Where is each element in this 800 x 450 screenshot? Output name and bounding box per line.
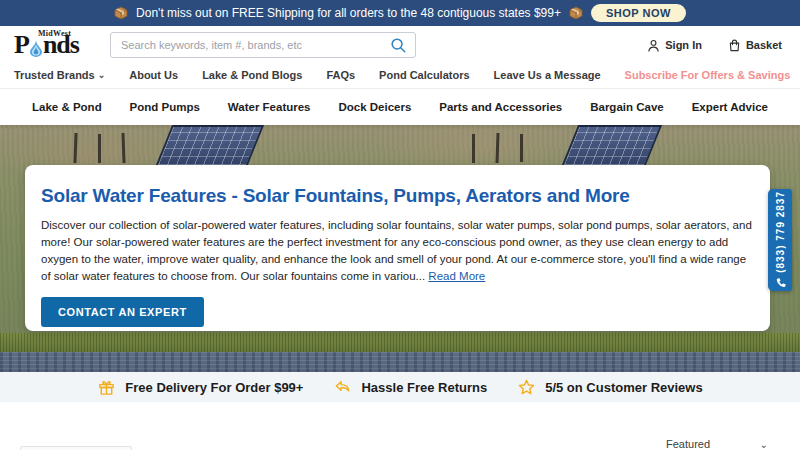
user-icon	[647, 39, 660, 52]
basket-label: Basket	[746, 39, 782, 51]
contact-expert-button[interactable]: CONTACT AN EXPERT	[41, 297, 204, 327]
secondary-nav: Trusted Brands⌄ About Us Lake & Pond Blo…	[0, 64, 800, 88]
sign-in-link[interactable]: Sign In	[647, 39, 702, 52]
feature-label: Hassle Free Returns	[361, 380, 487, 395]
logo-region-label: MidWest	[38, 29, 71, 38]
fence-post	[495, 133, 499, 163]
feature-label: 5/5 on Customer Reviews	[545, 380, 703, 395]
nav-label: Trusted Brands	[14, 69, 95, 81]
phone-icon	[775, 278, 786, 289]
chevron-down-icon: ⌄	[760, 439, 768, 450]
call-us-tab[interactable]: (833) 779 2837	[768, 189, 792, 291]
nav-lake-and-pond[interactable]: Lake & Pond	[32, 101, 102, 113]
search-input[interactable]	[110, 32, 416, 58]
nav-parts-accessories[interactable]: Parts and Accessories	[439, 101, 562, 113]
nav-faqs[interactable]: FAQs	[326, 69, 355, 81]
basket-link[interactable]: Basket	[728, 39, 782, 52]
announcement-text: Don't miss out on FREE Shipping for all …	[136, 6, 561, 20]
feature-free-delivery: Free Delivery For Order $99+	[97, 378, 303, 397]
search-bar	[110, 32, 416, 58]
package-icon	[114, 6, 128, 20]
category-intro-card: Solar Water Features - Solar Fountains, …	[25, 165, 770, 331]
sort-selected-label: Featured	[666, 438, 710, 450]
chevron-down-icon: ⌄	[98, 70, 106, 80]
package-icon	[569, 6, 583, 20]
nav-bargain-cave[interactable]: Bargain Cave	[590, 101, 664, 113]
main-nav: Lake & Pond Pond Pumps Water Features Do…	[0, 88, 800, 125]
fence-post	[472, 134, 475, 163]
fence-post	[520, 134, 523, 162]
search-submit-button[interactable]	[390, 35, 412, 55]
feature-label: Free Delivery For Order $99+	[125, 380, 303, 395]
nav-water-features[interactable]: Water Features	[228, 101, 311, 113]
nav-subscribe-offers[interactable]: Subscribe For Offers & Savings	[625, 69, 791, 81]
solar-water-features-page: { "announcement": { "text": "Don't miss …	[0, 0, 800, 450]
nav-leave-message[interactable]: Leave Us a Message	[494, 69, 601, 81]
category-description: Discover our collection of solar-powered…	[41, 217, 754, 285]
sort-dropdown[interactable]: Featured ⌄	[666, 438, 768, 450]
fence-post	[98, 134, 101, 163]
read-more-link[interactable]: Read More	[428, 270, 485, 282]
pond-grass	[0, 333, 800, 352]
return-arrow-icon	[333, 378, 352, 397]
announcement-banner: Don't miss out on FREE Shipping for all …	[0, 0, 800, 26]
phone-number: (833) 779 2837	[775, 191, 786, 273]
nav-pond-calculators[interactable]: Pond Calculators	[379, 69, 469, 81]
sign-in-label: Sign In	[665, 39, 702, 51]
description-text: Discover our collection of solar-powered…	[41, 219, 752, 282]
feature-hassle-free-returns: Hassle Free Returns	[333, 378, 487, 397]
nav-dock-deicers[interactable]: Dock Deicers	[338, 101, 411, 113]
site-header: P nds MidWest Sign In Basket	[0, 26, 800, 64]
page-title: Solar Water Features - Solar Fountains, …	[41, 185, 754, 207]
nav-trusted-brands[interactable]: Trusted Brands⌄	[14, 69, 105, 81]
shop-now-button[interactable]: SHOP NOW	[591, 4, 686, 22]
feature-customer-reviews: 5/5 on Customer Reviews	[517, 378, 703, 397]
star-icon	[517, 378, 536, 397]
logo-prefix: P	[14, 32, 29, 58]
nav-about-us[interactable]: About Us	[129, 69, 178, 81]
value-props-bar: Free Delivery For Order $99+ Hassle Free…	[0, 372, 800, 402]
nav-lake-pond-blogs[interactable]: Lake & Pond Blogs	[202, 69, 302, 81]
nav-pond-pumps[interactable]: Pond Pumps	[130, 101, 200, 113]
product-listing-top: Featured ⌄	[0, 402, 800, 450]
nav-expert-advice[interactable]: Expert Advice	[692, 101, 768, 113]
gift-box-icon	[97, 378, 116, 397]
pond-water	[0, 352, 800, 372]
fence-post	[121, 133, 125, 163]
hero-section: Solar Water Features - Solar Fountains, …	[0, 125, 800, 372]
water-drop-icon	[30, 40, 42, 57]
fence-post	[73, 133, 77, 163]
product-card[interactable]	[20, 446, 132, 450]
basket-icon	[728, 39, 741, 52]
store-logo[interactable]: P nds MidWest	[14, 32, 96, 58]
